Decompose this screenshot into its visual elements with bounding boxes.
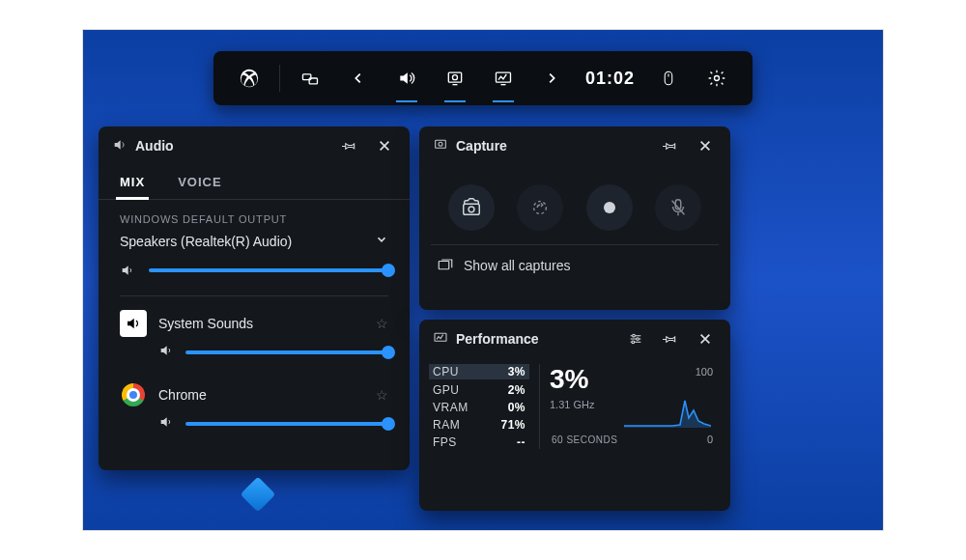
svg-rect-8 <box>665 71 672 85</box>
performance-widget-button[interactable] <box>481 51 526 105</box>
svg-point-25 <box>632 341 635 344</box>
capture-panel: Capture Show all <box>419 126 730 310</box>
volume-icon <box>158 343 174 362</box>
system-sounds-icon <box>120 310 147 337</box>
mic-toggle-button[interactable] <box>655 184 701 231</box>
favorite-toggle[interactable]: ☆ <box>376 387 388 403</box>
audio-panel: Audio MIX VOICE WINDOWS DEFAULT OUTPUT S… <box>99 126 410 470</box>
capture-icon <box>433 137 448 155</box>
svg-point-23 <box>633 334 636 337</box>
performance-panel: Performance CPU3% GPU2% VRAM0% RAM71% FP… <box>419 320 730 511</box>
graph-y-max: 100 <box>696 366 713 378</box>
settings-button[interactable] <box>695 51 739 105</box>
close-button[interactable] <box>692 132 719 159</box>
pin-button[interactable] <box>657 325 684 352</box>
svg-rect-19 <box>435 333 446 341</box>
clock: 01:02 <box>578 69 642 89</box>
audio-widget-button[interactable] <box>384 51 429 105</box>
record-last-button[interactable] <box>517 184 563 231</box>
svg-point-24 <box>637 338 639 341</box>
svg-rect-13 <box>464 204 480 214</box>
gamebar-toolbar: 01:02 <box>213 51 753 105</box>
tab-mix[interactable]: MIX <box>120 165 145 199</box>
metric-fps[interactable]: FPS-- <box>433 435 526 449</box>
output-device-dropdown[interactable] <box>375 233 388 249</box>
app-name-system-sounds: System Sounds <box>158 316 253 331</box>
cpu-sparkline <box>624 389 711 428</box>
prev-button[interactable] <box>336 51 381 105</box>
audio-title: Audio <box>135 138 174 154</box>
output-device-name: Speakers (Realtek(R) Audio) <box>120 234 292 249</box>
favorite-toggle[interactable]: ☆ <box>376 316 388 331</box>
svg-rect-18 <box>439 262 449 269</box>
perf-options-button[interactable] <box>622 325 649 352</box>
mouse-icon <box>646 51 691 105</box>
toolbar-separator <box>279 65 280 92</box>
show-all-captures-link[interactable]: Show all captures <box>419 245 730 290</box>
svg-point-14 <box>469 207 474 212</box>
metric-ram[interactable]: RAM71% <box>433 418 526 432</box>
show-all-captures-label: Show all captures <box>464 258 571 273</box>
svg-rect-6 <box>496 72 510 82</box>
cpu-graph: 3% 1.31 GHz 100 0 60 SECONDS <box>539 364 717 449</box>
chrome-icon <box>120 381 147 408</box>
xbox-button[interactable] <box>227 51 271 105</box>
master-volume-row <box>99 255 410 292</box>
graph-x-label: 60 SECONDS <box>552 434 617 445</box>
pin-button[interactable] <box>336 132 363 159</box>
next-button[interactable] <box>529 51 574 105</box>
system-sounds-slider[interactable] <box>185 350 388 354</box>
screenshot-button[interactable] <box>448 184 495 231</box>
pin-button[interactable] <box>657 132 684 159</box>
volume-icon <box>112 137 128 155</box>
svg-rect-3 <box>448 72 461 82</box>
app-name-chrome: Chrome <box>158 387 207 403</box>
svg-point-12 <box>439 142 442 146</box>
metric-gpu[interactable]: GPU2% <box>433 383 526 397</box>
capture-widget-button[interactable] <box>433 51 477 105</box>
volume-icon <box>158 414 174 434</box>
widgets-button[interactable] <box>288 51 332 105</box>
svg-rect-11 <box>436 140 446 148</box>
record-dot-icon <box>604 202 615 213</box>
chrome-volume-slider[interactable] <box>185 422 388 426</box>
performance-icon <box>433 330 448 349</box>
start-recording-button[interactable] <box>586 184 633 231</box>
svg-point-10 <box>715 76 720 81</box>
twc-logo <box>241 477 276 513</box>
svg-point-4 <box>452 75 457 80</box>
svg-point-15 <box>534 202 547 214</box>
tab-voice[interactable]: VOICE <box>178 165 221 199</box>
performance-title: Performance <box>456 331 539 347</box>
graph-y-min: 0 <box>707 434 713 445</box>
output-section-label: WINDOWS DEFAULT OUTPUT <box>99 200 410 229</box>
close-button[interactable] <box>692 325 719 352</box>
metric-vram[interactable]: VRAM0% <box>433 401 526 414</box>
close-button[interactable] <box>371 132 398 159</box>
metric-cpu[interactable]: CPU3% <box>429 364 529 379</box>
metrics-list: CPU3% GPU2% VRAM0% RAM71% FPS-- <box>433 364 526 449</box>
master-volume-slider[interactable] <box>149 268 388 272</box>
capture-title: Capture <box>456 138 507 154</box>
volume-icon <box>120 263 137 278</box>
